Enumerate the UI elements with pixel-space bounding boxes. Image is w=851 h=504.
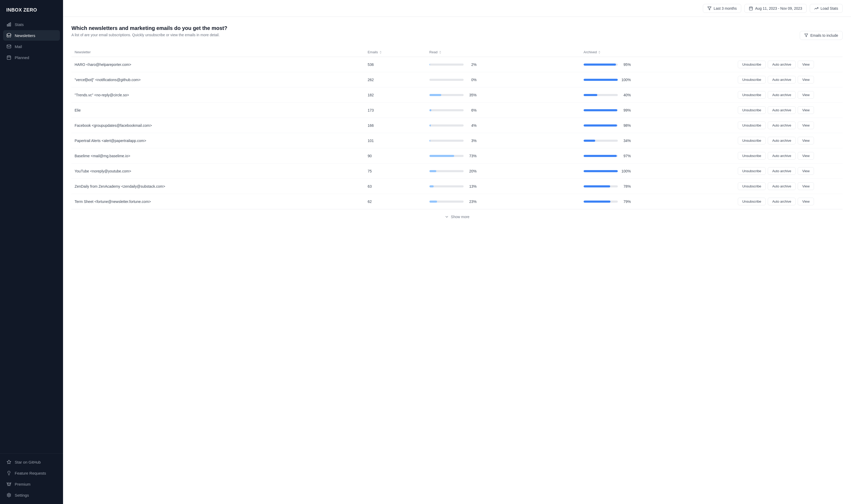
svg-marker-5 [7, 460, 11, 464]
view-button[interactable]: View [798, 152, 814, 160]
read-pct: 20% [467, 169, 477, 173]
newsletter-name-cell: Papertrail Alerts <alert@papertrailapp.c… [71, 133, 365, 148]
auto-archive-button[interactable]: Auto archive [768, 76, 796, 84]
email-count-cell: 166 [365, 118, 426, 133]
unsubscribe-button[interactable]: Unsubscribe [738, 61, 766, 68]
auto-archive-button[interactable]: Auto archive [768, 122, 796, 129]
email-count: 62 [368, 199, 372, 204]
view-button[interactable]: View [798, 106, 814, 114]
email-count-cell: 182 [365, 87, 426, 103]
auto-archive-button[interactable]: Auto archive [768, 167, 796, 175]
unsubscribe-button[interactable]: Unsubscribe [738, 91, 766, 99]
archived-pct: 100% [621, 169, 631, 173]
actions-cell: UnsubscribeAuto archiveView [734, 87, 843, 103]
auto-archive-button[interactable]: Auto archive [768, 198, 796, 205]
view-button[interactable]: View [798, 182, 814, 190]
sidebar-item-newsletters[interactable]: Newsletters [3, 30, 60, 41]
view-button[interactable]: View [798, 137, 814, 144]
email-count: 75 [368, 169, 372, 173]
newsletter-name: Term Sheet <fortune@newsletter.fortune.c… [75, 199, 151, 204]
app-logo: INBOX ZERO [0, 0, 63, 19]
read-rate-cell: 4% [426, 118, 581, 133]
sidebar-item-mail-label: Mail [15, 44, 22, 49]
sidebar-item-premium[interactable]: Premium [3, 479, 60, 489]
date-range-selector[interactable]: Aug 11, 2023 - Nov 09, 2023 [744, 4, 806, 13]
email-count: 63 [368, 184, 372, 188]
sidebar-item-settings-label: Settings [15, 493, 29, 498]
page-title: Which newsletters and marketing emails d… [71, 25, 227, 31]
sidebar-item-star-github[interactable]: Star on GitHub [3, 457, 60, 467]
auto-archive-button[interactable]: Auto archive [768, 137, 796, 144]
archived-pct: 34% [621, 139, 631, 143]
sidebar-item-planned[interactable]: Planned [3, 52, 60, 63]
sidebar-item-feature-requests[interactable]: Feature Requests [3, 468, 60, 478]
archived-pct: 95% [621, 62, 631, 67]
auto-archive-button[interactable]: Auto archive [768, 91, 796, 99]
unsubscribe-button[interactable]: Unsubscribe [738, 106, 766, 114]
content-header: Which newsletters and marketing emails d… [71, 25, 843, 46]
star-icon [6, 460, 12, 465]
view-button[interactable]: View [798, 122, 814, 129]
archived-rate-cell: 40% [581, 87, 734, 103]
view-button[interactable]: View [798, 61, 814, 68]
sidebar-item-settings[interactable]: Settings [3, 490, 60, 500]
archived-rate-cell: 99% [581, 103, 734, 118]
date-range-label: Aug 11, 2023 - Nov 09, 2023 [755, 6, 802, 11]
view-button[interactable]: View [798, 167, 814, 175]
sidebar-item-star-github-label: Star on GitHub [15, 460, 41, 464]
period-selector[interactable]: Last 3 months [703, 4, 741, 13]
show-more-button[interactable]: Show more [71, 209, 843, 224]
show-more-label: Show more [451, 215, 469, 219]
col-emails[interactable]: Emails [365, 48, 426, 57]
email-count-cell: 62 [365, 194, 426, 209]
unsubscribe-button[interactable]: Unsubscribe [738, 137, 766, 144]
unsubscribe-button[interactable]: Unsubscribe [738, 167, 766, 175]
auto-archive-button[interactable]: Auto archive [768, 106, 796, 114]
table-row: Term Sheet <fortune@newsletter.fortune.c… [71, 194, 843, 209]
svg-rect-4 [7, 56, 11, 59]
newsletter-name: Papertrail Alerts <alert@papertrailapp.c… [75, 139, 146, 143]
actions-cell: UnsubscribeAuto archiveView [734, 194, 843, 209]
email-count-cell: 75 [365, 164, 426, 179]
load-stats-button[interactable]: Load Stats [810, 4, 843, 13]
sidebar-item-stats[interactable]: Stats [3, 19, 60, 30]
read-rate-cell: 0% [426, 72, 581, 87]
unsubscribe-button[interactable]: Unsubscribe [738, 122, 766, 129]
sidebar-item-newsletters-label: Newsletters [15, 33, 35, 38]
filter-icon [707, 6, 711, 11]
crown-icon [6, 482, 12, 487]
archived-pct: 99% [621, 108, 631, 112]
view-button[interactable]: View [798, 76, 814, 84]
archived-rate-cell: 95% [581, 57, 734, 72]
col-read[interactable]: Read [426, 48, 581, 57]
archived-pct: 97% [621, 154, 631, 158]
newsletter-name: HARO <haro@helpareporter.com> [75, 62, 131, 67]
auto-archive-button[interactable]: Auto archive [768, 152, 796, 160]
sidebar-item-mail[interactable]: Mail [3, 41, 60, 52]
auto-archive-button[interactable]: Auto archive [768, 182, 796, 190]
emails-to-include-button[interactable]: Emails to include [800, 31, 843, 40]
archived-rate-cell: 78% [581, 179, 734, 194]
trending-up-icon [814, 6, 818, 11]
view-button[interactable]: View [798, 198, 814, 205]
newsletter-name-cell: "Trends.vc" <no-reply@circle.so> [71, 87, 365, 103]
unsubscribe-button[interactable]: Unsubscribe [738, 182, 766, 190]
read-rate-cell: 73% [426, 148, 581, 164]
svg-rect-8 [749, 7, 752, 10]
read-pct: 13% [467, 184, 477, 188]
auto-archive-button[interactable]: Auto archive [768, 61, 796, 68]
unsubscribe-button[interactable]: Unsubscribe [738, 152, 766, 160]
archived-rate-cell: 97% [581, 148, 734, 164]
sidebar-item-feature-requests-label: Feature Requests [15, 471, 46, 475]
table-row: "vercel[bot]" <notifications@github.com>… [71, 72, 843, 87]
unsubscribe-button[interactable]: Unsubscribe [738, 198, 766, 205]
archived-rate-cell: 100% [581, 72, 734, 87]
unsubscribe-button[interactable]: Unsubscribe [738, 76, 766, 84]
view-button[interactable]: View [798, 91, 814, 99]
email-count-cell: 536 [365, 57, 426, 72]
newsletter-name-cell: Baselime <mail@mg.baselime.io> [71, 148, 365, 164]
col-archived[interactable]: Archived [581, 48, 734, 57]
actions-cell: UnsubscribeAuto archiveView [734, 72, 843, 87]
sidebar-nav: Stats Newsletters Mail [0, 19, 63, 453]
email-count: 536 [368, 62, 374, 67]
